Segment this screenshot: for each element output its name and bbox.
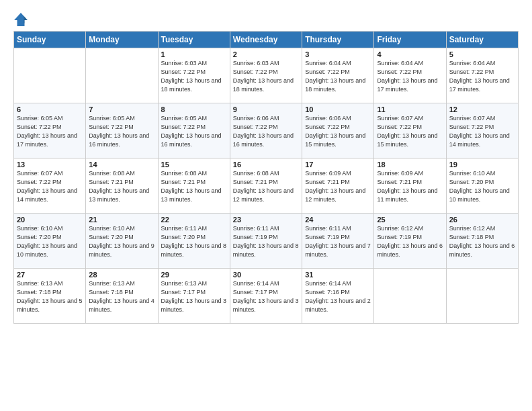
day-number: 14 xyxy=(89,161,154,169)
day-number: 20 xyxy=(17,216,83,224)
week-row-3: 13Sunrise: 6:07 AM Sunset: 7:22 PM Dayli… xyxy=(14,158,519,214)
cell-info: Sunrise: 6:04 AM Sunset: 7:22 PM Dayligh… xyxy=(305,59,371,94)
day-number: 7 xyxy=(89,105,154,113)
day-number: 4 xyxy=(377,50,443,58)
header xyxy=(13,12,519,27)
day-number: 3 xyxy=(305,50,371,58)
cell-info: Sunrise: 6:04 AM Sunset: 7:22 PM Dayligh… xyxy=(377,59,443,94)
calendar-cell: 7Sunrise: 6:05 AM Sunset: 7:22 PM Daylig… xyxy=(86,103,158,158)
calendar-table: SundayMondayTuesdayWednesdayThursdayFrid… xyxy=(13,31,519,324)
day-number: 12 xyxy=(449,105,515,113)
day-number: 5 xyxy=(449,50,515,58)
day-number: 15 xyxy=(161,161,227,169)
cell-info: Sunrise: 6:11 AM Sunset: 7:19 PM Dayligh… xyxy=(305,224,371,259)
day-number: 19 xyxy=(449,161,515,169)
cell-info: Sunrise: 6:03 AM Sunset: 7:22 PM Dayligh… xyxy=(233,59,299,94)
day-number: 6 xyxy=(17,105,83,113)
calendar-cell: 16Sunrise: 6:08 AM Sunset: 7:21 PM Dayli… xyxy=(230,158,302,214)
calendar-cell: 10Sunrise: 6:06 AM Sunset: 7:22 PM Dayli… xyxy=(302,103,374,158)
day-number: 18 xyxy=(377,161,443,169)
day-number: 26 xyxy=(449,216,515,224)
cell-info: Sunrise: 6:12 AM Sunset: 7:19 PM Dayligh… xyxy=(377,224,443,259)
header-monday: Monday xyxy=(86,32,158,48)
day-number: 9 xyxy=(233,105,299,113)
cell-info: Sunrise: 6:07 AM Sunset: 7:22 PM Dayligh… xyxy=(449,114,515,149)
week-row-2: 6Sunrise: 6:05 AM Sunset: 7:22 PM Daylig… xyxy=(14,103,519,158)
cell-info: Sunrise: 6:13 AM Sunset: 7:18 PM Dayligh… xyxy=(17,279,83,314)
logo xyxy=(13,12,31,27)
cell-info: Sunrise: 6:07 AM Sunset: 7:22 PM Dayligh… xyxy=(17,169,83,204)
calendar-cell: 6Sunrise: 6:05 AM Sunset: 7:22 PM Daylig… xyxy=(14,103,86,158)
day-number: 8 xyxy=(161,105,227,113)
cell-info: Sunrise: 6:10 AM Sunset: 7:20 PM Dayligh… xyxy=(17,224,83,259)
day-number: 11 xyxy=(377,105,443,113)
cell-info: Sunrise: 6:14 AM Sunset: 7:16 PM Dayligh… xyxy=(305,279,371,314)
day-number: 27 xyxy=(17,271,83,279)
calendar-cell: 18Sunrise: 6:09 AM Sunset: 7:21 PM Dayli… xyxy=(374,158,446,214)
calendar-cell: 23Sunrise: 6:11 AM Sunset: 7:19 PM Dayli… xyxy=(230,214,302,269)
header-wednesday: Wednesday xyxy=(230,32,302,48)
calendar-cell: 28Sunrise: 6:13 AM Sunset: 7:18 PM Dayli… xyxy=(86,269,158,324)
calendar-cell: 15Sunrise: 6:08 AM Sunset: 7:21 PM Dayli… xyxy=(158,158,230,214)
calendar-cell: 5Sunrise: 6:04 AM Sunset: 7:22 PM Daylig… xyxy=(446,48,518,103)
cell-info: Sunrise: 6:11 AM Sunset: 7:19 PM Dayligh… xyxy=(233,224,299,259)
calendar-cell: 25Sunrise: 6:12 AM Sunset: 7:19 PM Dayli… xyxy=(374,214,446,269)
calendar-cell: 2Sunrise: 6:03 AM Sunset: 7:22 PM Daylig… xyxy=(230,48,302,103)
logo-icon xyxy=(13,12,28,27)
day-number: 17 xyxy=(305,161,371,169)
cell-info: Sunrise: 6:08 AM Sunset: 7:21 PM Dayligh… xyxy=(161,169,227,204)
calendar-header-row: SundayMondayTuesdayWednesdayThursdayFrid… xyxy=(14,32,519,48)
cell-info: Sunrise: 6:13 AM Sunset: 7:18 PM Dayligh… xyxy=(89,279,154,314)
cell-info: Sunrise: 6:10 AM Sunset: 7:20 PM Dayligh… xyxy=(449,169,515,204)
cell-info: Sunrise: 6:05 AM Sunset: 7:22 PM Dayligh… xyxy=(17,114,83,149)
cell-info: Sunrise: 6:04 AM Sunset: 7:22 PM Dayligh… xyxy=(449,59,515,94)
calendar-cell: 22Sunrise: 6:11 AM Sunset: 7:20 PM Dayli… xyxy=(158,214,230,269)
day-number: 29 xyxy=(161,271,227,279)
calendar-cell: 31Sunrise: 6:14 AM Sunset: 7:16 PM Dayli… xyxy=(302,269,374,324)
cell-info: Sunrise: 6:09 AM Sunset: 7:21 PM Dayligh… xyxy=(377,169,443,204)
svg-marker-1 xyxy=(24,16,28,24)
calendar-cell: 9Sunrise: 6:06 AM Sunset: 7:22 PM Daylig… xyxy=(230,103,302,158)
calendar-cell xyxy=(374,269,446,324)
day-number: 25 xyxy=(377,216,443,224)
calendar-cell: 24Sunrise: 6:11 AM Sunset: 7:19 PM Dayli… xyxy=(302,214,374,269)
week-row-1: 1Sunrise: 6:03 AM Sunset: 7:22 PM Daylig… xyxy=(14,48,519,103)
calendar-cell: 13Sunrise: 6:07 AM Sunset: 7:22 PM Dayli… xyxy=(14,158,86,214)
page: SundayMondayTuesdayWednesdayThursdayFrid… xyxy=(0,0,532,411)
cell-info: Sunrise: 6:13 AM Sunset: 7:17 PM Dayligh… xyxy=(161,279,227,314)
cell-info: Sunrise: 6:14 AM Sunset: 7:17 PM Dayligh… xyxy=(233,279,299,314)
day-number: 16 xyxy=(233,161,299,169)
calendar-cell xyxy=(14,48,86,103)
calendar-cell: 17Sunrise: 6:09 AM Sunset: 7:21 PM Dayli… xyxy=(302,158,374,214)
cell-info: Sunrise: 6:06 AM Sunset: 7:22 PM Dayligh… xyxy=(233,114,299,149)
day-number: 13 xyxy=(17,161,83,169)
day-number: 28 xyxy=(89,271,154,279)
cell-info: Sunrise: 6:12 AM Sunset: 7:18 PM Dayligh… xyxy=(449,224,515,259)
cell-info: Sunrise: 6:09 AM Sunset: 7:21 PM Dayligh… xyxy=(305,169,371,204)
calendar-cell: 29Sunrise: 6:13 AM Sunset: 7:17 PM Dayli… xyxy=(158,269,230,324)
calendar-cell: 12Sunrise: 6:07 AM Sunset: 7:22 PM Dayli… xyxy=(446,103,518,158)
day-number: 22 xyxy=(161,216,227,224)
header-sunday: Sunday xyxy=(14,32,86,48)
cell-info: Sunrise: 6:06 AM Sunset: 7:22 PM Dayligh… xyxy=(305,114,371,149)
cell-info: Sunrise: 6:05 AM Sunset: 7:22 PM Dayligh… xyxy=(89,114,154,149)
week-row-4: 20Sunrise: 6:10 AM Sunset: 7:20 PM Dayli… xyxy=(14,214,519,269)
calendar-cell: 11Sunrise: 6:07 AM Sunset: 7:22 PM Dayli… xyxy=(374,103,446,158)
header-tuesday: Tuesday xyxy=(158,32,230,48)
cell-info: Sunrise: 6:08 AM Sunset: 7:21 PM Dayligh… xyxy=(233,169,299,204)
calendar-cell: 8Sunrise: 6:05 AM Sunset: 7:22 PM Daylig… xyxy=(158,103,230,158)
cell-info: Sunrise: 6:03 AM Sunset: 7:22 PM Dayligh… xyxy=(161,59,227,94)
cell-info: Sunrise: 6:07 AM Sunset: 7:22 PM Dayligh… xyxy=(377,114,443,149)
calendar-cell: 20Sunrise: 6:10 AM Sunset: 7:20 PM Dayli… xyxy=(14,214,86,269)
day-number: 1 xyxy=(161,50,227,58)
calendar-cell: 3Sunrise: 6:04 AM Sunset: 7:22 PM Daylig… xyxy=(302,48,374,103)
cell-info: Sunrise: 6:05 AM Sunset: 7:22 PM Dayligh… xyxy=(161,114,227,149)
calendar-cell: 14Sunrise: 6:08 AM Sunset: 7:21 PM Dayli… xyxy=(86,158,158,214)
calendar-cell: 4Sunrise: 6:04 AM Sunset: 7:22 PM Daylig… xyxy=(374,48,446,103)
calendar-cell: 19Sunrise: 6:10 AM Sunset: 7:20 PM Dayli… xyxy=(446,158,518,214)
header-thursday: Thursday xyxy=(302,32,374,48)
calendar-cell xyxy=(86,48,158,103)
header-friday: Friday xyxy=(374,32,446,48)
calendar-cell: 1Sunrise: 6:03 AM Sunset: 7:22 PM Daylig… xyxy=(158,48,230,103)
day-number: 10 xyxy=(305,105,371,113)
